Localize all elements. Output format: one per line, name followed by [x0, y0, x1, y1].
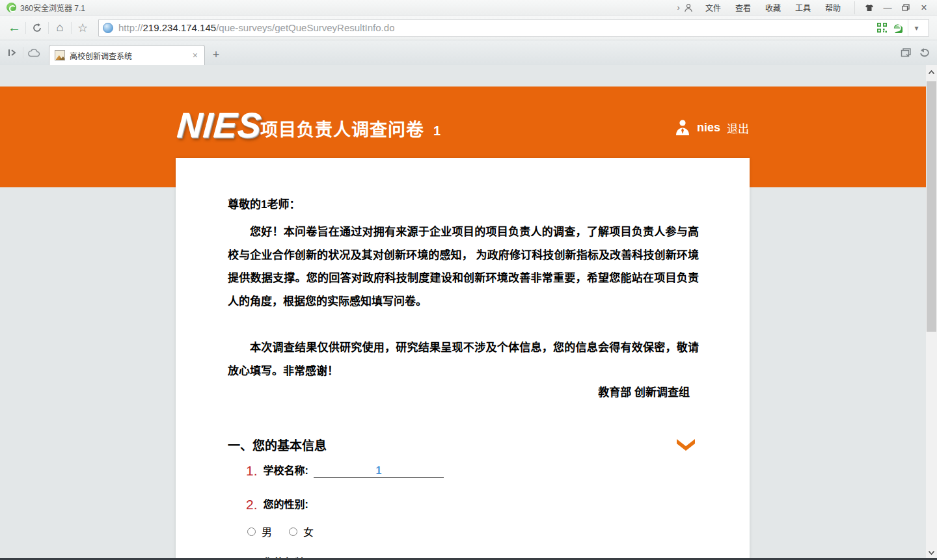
letter-signature: 教育部 创新调查组 — [228, 384, 699, 402]
section-collapse-chevron-icon[interactable] — [675, 437, 696, 453]
url-path: /que-surveys/getQueSurveyResultInfo.do — [216, 22, 394, 33]
cloud-sync-icon[interactable] — [24, 44, 44, 62]
username: nies — [697, 121, 720, 135]
account-icon[interactable] — [684, 3, 693, 12]
letter-salutation: 尊敬的1老师： — [228, 196, 699, 214]
section-title: 一、您的基本信息 — [228, 436, 327, 453]
scrollbar-down-icon[interactable] — [926, 547, 937, 559]
theme-skin-icon[interactable] — [860, 1, 878, 14]
scrollbar-thumb[interactable] — [927, 81, 936, 332]
new-tab-button[interactable]: + — [206, 46, 226, 63]
menu-view[interactable]: 查看 — [728, 1, 758, 14]
window-title: 360安全浏览器 7.1 — [20, 2, 85, 13]
back-button[interactable]: ← — [4, 19, 25, 37]
browser-window: 360安全浏览器 7.1 › 文件 查看 收藏 工具 帮助 — × — [0, 0, 937, 560]
address-bar: ← ⌂ ☆ http://219.234.174.145/que-surveys… — [0, 16, 937, 40]
survey-title-text: 项目负责人调查问卷 — [260, 120, 424, 140]
qr-code-icon[interactable] — [877, 23, 887, 33]
gender-female-label[interactable]: 女 — [303, 524, 314, 539]
divider — [23, 47, 23, 59]
logout-link[interactable]: 退出 — [727, 120, 749, 136]
divider — [71, 22, 72, 34]
question-gender: 2. 您的性别: — [246, 498, 699, 512]
restore-window-button[interactable] — [897, 1, 915, 14]
tab-active[interactable]: 高校创新调查系统 × — [49, 45, 205, 65]
refresh-button[interactable] — [27, 19, 48, 37]
site-globe-icon — [103, 23, 113, 33]
tab-favicon-icon — [55, 50, 65, 60]
survey-title: 项目负责人调查问卷1 — [260, 116, 441, 141]
url-dropdown-button[interactable]: ▾ — [908, 20, 925, 36]
home-button[interactable]: ⌂ — [49, 19, 70, 37]
back-arrow-icon: ← — [8, 20, 21, 35]
refresh-icon — [32, 23, 42, 33]
letter-paragraph-1: 您好！本问卷旨在通过对拥有来源于企业项目的项目负责人的调查，了解项目负责人参与高… — [228, 220, 699, 313]
url-host: 219.234.174.145 — [143, 22, 217, 33]
survey-title-number: 1 — [433, 124, 441, 138]
school-name-input[interactable] — [314, 464, 444, 478]
tab-close-icon[interactable]: × — [191, 50, 199, 60]
menu-collapse-chevron-icon[interactable]: › — [675, 3, 683, 12]
question-list: 1. 学校名称: 2. 您的性别: 男 女 3. 您的年龄: — [246, 464, 699, 560]
menu-favorites[interactable]: 收藏 — [758, 1, 788, 14]
url-text[interactable]: http://219.234.174.145/que-surveys/getQu… — [118, 22, 394, 33]
reopen-closed-tab-icon[interactable] — [919, 47, 930, 58]
divider — [25, 22, 26, 34]
survey-card: 尊敬的1老师： 您好！本问卷旨在通过对拥有来源于企业项目的项目负责人的调查，了解… — [176, 158, 750, 560]
minimize-button[interactable]: — — [878, 1, 897, 14]
menu-file[interactable]: 文件 — [698, 1, 728, 14]
question-label: 学校名称: — [264, 464, 308, 478]
url-field[interactable]: http://219.234.174.145/que-surveys/getQu… — [98, 19, 929, 37]
letter-paragraph-2: 本次调查结果仅供研究使用，研究结果呈现不涉及个体信息，您的信息会得有效保密，敬请… — [228, 336, 699, 382]
question-school-name: 1. 学校名称: — [246, 464, 699, 478]
sidebar-toggle-icon[interactable] — [3, 44, 22, 62]
speed-mode-icon[interactable] — [892, 23, 903, 33]
close-window-button[interactable]: × — [915, 1, 933, 14]
question-number: 2. — [246, 498, 258, 512]
gender-male-radio[interactable] — [247, 527, 256, 536]
menu-help[interactable]: 帮助 — [818, 1, 848, 14]
scrollbar-up-icon[interactable] — [926, 66, 937, 78]
page-viewport: NIES 项目负责人调查问卷1 nies 退出 尊敬的1老师： 您好！本问卷旨在… — [0, 65, 937, 560]
nies-logo: NIES — [176, 105, 263, 145]
title-bar: 360安全浏览器 7.1 › 文件 查看 收藏 工具 帮助 — × — [0, 0, 937, 16]
menu-tools[interactable]: 工具 — [788, 1, 818, 14]
tab-list-icon[interactable] — [901, 47, 912, 58]
divider — [48, 22, 49, 34]
page-scrollbar[interactable] — [926, 65, 937, 560]
tab-bar: 高校创新调查系统 × + — [0, 40, 937, 65]
url-scheme: http:// — [118, 22, 143, 33]
gender-options: 男 女 — [247, 524, 699, 539]
tab-title: 高校创新调查系统 — [70, 50, 191, 61]
question-label: 您的性别: — [264, 498, 308, 512]
gender-male-label[interactable]: 男 — [262, 524, 272, 539]
favorite-star-button[interactable]: ☆ — [72, 19, 93, 37]
section-basic-info-header: 一、您的基本信息 — [228, 436, 699, 453]
question-number: 1. — [246, 464, 258, 478]
browser-360-logo-icon — [7, 3, 16, 12]
gender-female-radio[interactable] — [289, 527, 297, 536]
user-avatar-icon — [675, 119, 690, 136]
